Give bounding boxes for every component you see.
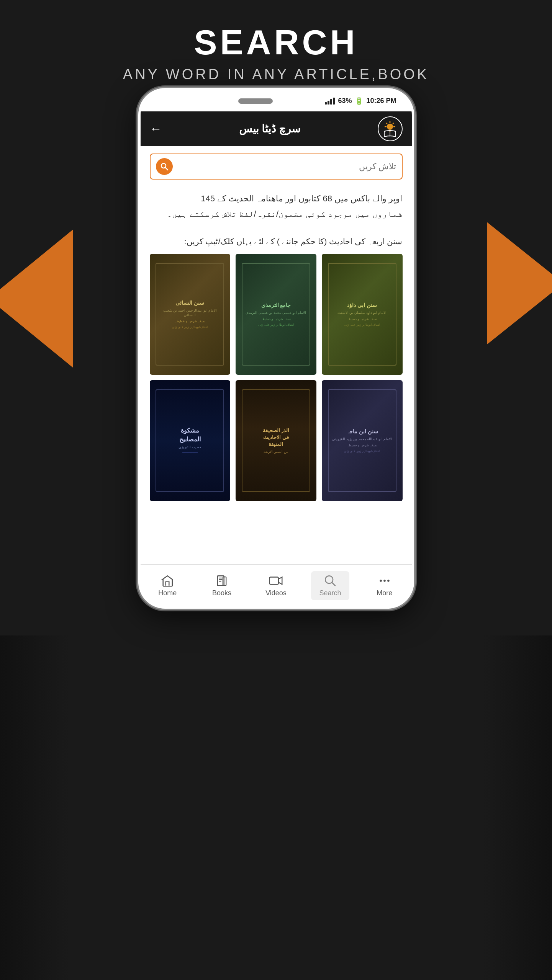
search-nav-icon (324, 574, 337, 587)
svg-line-6 (393, 123, 394, 124)
book-2-subtitle: الامام ابو عیسی محمد بن عیسی الترمذی (246, 311, 306, 315)
books-icon (215, 574, 228, 587)
status-center (238, 98, 273, 104)
app-logo[interactable] (378, 116, 403, 141)
book-item-5[interactable]: الذر الصحيفةفي الاحاديثالمنيفة من السنن … (236, 380, 316, 501)
books-grid: سنن النسائی الامام ابو عبدالرحمن احمد بن… (150, 254, 403, 501)
signal-icon (325, 98, 335, 105)
book-4-subtitle: خطیب التبریزی (179, 445, 201, 450)
svg-line-17 (332, 582, 335, 585)
svg-point-18 (380, 580, 382, 582)
nav-home[interactable]: Home (148, 571, 187, 600)
content-area: اوپر والے باکس میں 68 کتابوں اور ماهنامہ… (141, 146, 412, 564)
promo-header: SEARCH ANY WORD IN ANY ARTICLE,BOOK (0, 23, 552, 83)
clock: 10:26 PM (366, 97, 396, 105)
book-3-subtitle: الامام ابو داود سلیمان بن الاشعث (337, 311, 387, 315)
promo-title: SEARCH (0, 23, 552, 62)
phone-wrapper: 63% 🔋 10:26 PM ← سرچ ڈیٹا بیس (138, 88, 414, 609)
svg-rect-15 (270, 577, 278, 584)
svg-line-5 (386, 123, 388, 124)
book-5-title: الذر الصحيفةفي الاحاديثالمنيفة (263, 427, 290, 448)
book-5-subtitle: من السنن الاربعة (264, 450, 288, 454)
svg-point-19 (383, 580, 386, 582)
search-icon (160, 162, 169, 171)
nav-books-label: Books (212, 589, 231, 597)
nav-videos[interactable]: Videos (257, 571, 295, 600)
bg-dark-right (483, 635, 552, 980)
status-bar: 63% 🔋 10:26 PM (141, 90, 412, 111)
search-box[interactable] (150, 154, 403, 180)
bottom-nav: Home Books (141, 564, 412, 606)
status-right: 63% 🔋 10:26 PM (325, 97, 396, 105)
videos-icon (269, 574, 283, 587)
book-2-title: جامع الترمذی (261, 302, 291, 309)
back-button[interactable]: ← (150, 122, 162, 136)
app-screen-title: سرچ ڈیٹا بیس (239, 122, 301, 135)
search-icon-button[interactable] (156, 158, 173, 175)
svg-point-20 (387, 580, 390, 582)
book-item-1[interactable]: سنن النسائی الامام ابو عبدالرحمن احمد بن… (150, 254, 231, 375)
nav-search[interactable]: Search (311, 571, 349, 600)
book-item-4[interactable]: مشکوةالمصابیح خطیب التبریزی (150, 380, 231, 501)
svg-line-9 (165, 168, 168, 170)
home-icon (161, 574, 174, 587)
book-3-title: سنن ابی داؤد (347, 302, 377, 309)
more-icon (378, 574, 391, 587)
bg-dark-left (0, 635, 69, 980)
nav-videos-label: Videos (265, 589, 287, 597)
battery-level: 63% (338, 97, 352, 105)
phone-screen: 63% 🔋 10:26 PM ← سرچ ڈیٹا بیس (141, 90, 412, 606)
nav-search-label: Search (319, 589, 341, 597)
battery-icon: 🔋 (355, 97, 363, 105)
book-4-title: مشکوةالمصابیح (179, 426, 201, 444)
book-6-title: سنن ابن ماجہ (346, 428, 378, 436)
nav-books[interactable]: Books (203, 571, 241, 600)
bg-right-decoration (487, 222, 552, 345)
nav-more[interactable]: More (365, 571, 404, 600)
book-1-subtitle: الامام ابو عبدالرحمن احمد بن شعیب النسائ… (159, 309, 221, 317)
logo-icon (380, 119, 400, 138)
book-6-subtitle: الامام ابو عبدالله محمد بن یزید القزوینی (332, 437, 392, 442)
promo-subtitle: ANY WORD IN ANY ARTICLE,BOOK (0, 66, 552, 83)
bg-left-decoration (0, 230, 73, 368)
svg-rect-14 (223, 577, 226, 586)
description-block: اوپر والے باکس میں 68 کتابوں اور ماهنامہ… (150, 191, 403, 229)
book-item-6[interactable]: سنن ابن ماجہ الامام ابو عبدالله محمد بن … (322, 380, 403, 501)
speaker-grille (238, 98, 273, 104)
section-title: سنن اربعہ کی احادیث (کا حکم جاننے ) کے ل… (150, 237, 403, 246)
description-line1: اوپر والے باکس میں 68 کتابوں اور ماهنامہ… (150, 191, 403, 206)
book-1-title: سنن النسائی (175, 299, 204, 307)
nav-more-label: More (377, 589, 392, 597)
nav-home-label: Home (158, 589, 177, 597)
description-line2: شماروں میں موجود کوئی مضمون/نقرہ/لفظ تلا… (150, 206, 403, 222)
book-item-2[interactable]: جامع الترمذی الامام ابو عیسی محمد بن عیس… (236, 254, 316, 375)
search-input[interactable] (177, 162, 396, 172)
svg-point-0 (387, 124, 393, 130)
phone-outer: 63% 🔋 10:26 PM ← سرچ ڈیٹا بیس (138, 88, 414, 609)
app-header: ← سرچ ڈیٹا بیس (141, 111, 412, 146)
book-item-3[interactable]: سنن ابی داؤد الامام ابو داود سلیمان بن ا… (322, 254, 403, 375)
